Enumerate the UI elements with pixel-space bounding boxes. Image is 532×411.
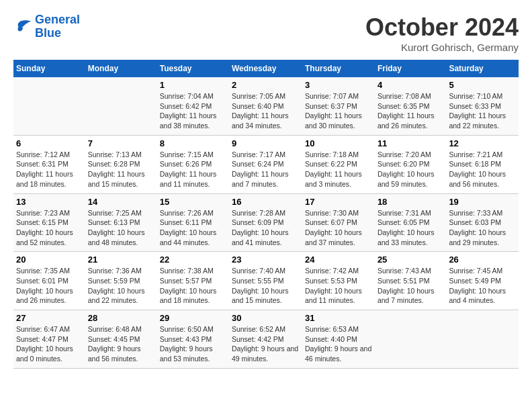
- sunset-text: Sunset: 4:42 PM: [232, 335, 284, 343]
- logo-icon: [13, 17, 32, 36]
- calendar-cell: 26 Sunrise: 7:45 AM Sunset: 5:49 PM Dayl…: [446, 252, 519, 310]
- daylight-text: Daylight: 9 hours and 56 minutes.: [88, 345, 141, 363]
- day-number: 20: [16, 255, 83, 265]
- daylight-text: Daylight: 10 hours and 33 minutes.: [378, 228, 435, 246]
- location: Kurort Gohrisch, Germany: [365, 42, 519, 53]
- calendar-cell: 30 Sunrise: 6:52 AM Sunset: 4:42 PM Dayl…: [229, 310, 302, 369]
- sunset-text: Sunset: 5:59 PM: [88, 277, 140, 285]
- daylight-text: Daylight: 11 hours and 26 minutes.: [378, 111, 435, 130]
- sunset-text: Sunset: 6:07 PM: [305, 218, 357, 226]
- sunrise-text: Sunrise: 7:33 AM: [449, 209, 502, 217]
- day-number: 1: [160, 80, 226, 90]
- sunset-text: Sunset: 6:37 PM: [305, 102, 357, 110]
- daylight-text: Daylight: 11 hours and 30 minutes.: [305, 111, 362, 130]
- sunset-text: Sunset: 6:11 PM: [160, 218, 212, 226]
- sunrise-text: Sunrise: 7:36 AM: [88, 267, 142, 275]
- sunset-text: Sunset: 6:24 PM: [232, 160, 284, 168]
- sunrise-text: Sunrise: 7:25 AM: [88, 209, 142, 217]
- day-number: 17: [305, 197, 372, 207]
- logo: General Blue: [13, 13, 80, 40]
- daylight-text: Daylight: 10 hours and 29 minutes.: [449, 228, 506, 246]
- sunrise-text: Sunrise: 7:05 AM: [232, 92, 285, 100]
- sunset-text: Sunset: 6:01 PM: [16, 277, 69, 285]
- calendar-cell: 16 Sunrise: 7:28 AM Sunset: 6:09 PM Dayl…: [229, 193, 302, 252]
- sunrise-text: Sunrise: 7:15 AM: [160, 150, 214, 158]
- sunset-text: Sunset: 6:40 PM: [232, 102, 284, 110]
- calendar-cell: 7 Sunrise: 7:13 AM Sunset: 6:28 PM Dayli…: [85, 135, 157, 193]
- sunrise-text: Sunrise: 7:40 AM: [232, 267, 285, 275]
- day-number: 23: [232, 255, 300, 265]
- calendar-cell: 1 Sunrise: 7:04 AM Sunset: 6:42 PM Dayli…: [157, 77, 229, 135]
- daylight-text: Daylight: 10 hours and 4 minutes.: [449, 287, 506, 305]
- sunrise-text: Sunrise: 6:48 AM: [88, 325, 142, 333]
- calendar-table: SundayMondayTuesdayWednesdayThursdayFrid…: [13, 60, 519, 369]
- day-number: 31: [305, 313, 372, 323]
- calendar-cell: 15 Sunrise: 7:26 AM Sunset: 6:11 PM Dayl…: [157, 193, 229, 252]
- day-number: 3: [305, 80, 372, 90]
- day-number: 8: [160, 138, 226, 148]
- calendar-cell: 31 Sunrise: 6:53 AM Sunset: 4:40 PM Dayl…: [302, 310, 375, 369]
- week-row-1: 1 Sunrise: 7:04 AM Sunset: 6:42 PM Dayli…: [13, 77, 519, 135]
- calendar-cell: 4 Sunrise: 7:08 AM Sunset: 6:35 PM Dayli…: [375, 77, 447, 135]
- calendar-cell: 23 Sunrise: 7:40 AM Sunset: 5:55 PM Dayl…: [229, 252, 302, 310]
- day-number: 25: [378, 255, 444, 265]
- weekday-header-saturday: Saturday: [446, 60, 519, 77]
- day-number: 15: [160, 197, 226, 207]
- day-number: 24: [305, 255, 372, 265]
- day-number: 13: [16, 197, 83, 207]
- daylight-text: Daylight: 11 hours and 7 minutes.: [232, 170, 289, 188]
- daylight-text: Daylight: 10 hours and 7 minutes.: [378, 287, 435, 305]
- calendar-cell: 28 Sunrise: 6:48 AM Sunset: 4:45 PM Dayl…: [85, 310, 157, 369]
- sunrise-text: Sunrise: 7:26 AM: [160, 209, 214, 217]
- calendar-cell: 2 Sunrise: 7:05 AM Sunset: 6:40 PM Dayli…: [229, 77, 302, 135]
- sunset-text: Sunset: 6:35 PM: [378, 102, 430, 110]
- sunrise-text: Sunrise: 7:45 AM: [449, 267, 502, 275]
- sunrise-text: Sunrise: 7:30 AM: [305, 209, 359, 217]
- sunset-text: Sunset: 6:15 PM: [16, 218, 69, 226]
- page-header: General Blue October 2024 Kurort Gohrisc…: [13, 13, 519, 53]
- sunset-text: Sunset: 4:47 PM: [16, 335, 69, 343]
- sunrise-text: Sunrise: 7:35 AM: [16, 267, 70, 275]
- calendar-cell: 12 Sunrise: 7:21 AM Sunset: 6:18 PM Dayl…: [446, 135, 519, 193]
- sunset-text: Sunset: 6:05 PM: [378, 218, 430, 226]
- sunset-text: Sunset: 6:13 PM: [88, 218, 140, 226]
- calendar-cell: [13, 77, 85, 135]
- daylight-text: Daylight: 10 hours and 18 minutes.: [160, 287, 217, 305]
- calendar-cell: 11 Sunrise: 7:20 AM Sunset: 6:20 PM Dayl…: [375, 135, 447, 193]
- sunrise-text: Sunrise: 6:52 AM: [232, 325, 285, 333]
- day-number: 5: [449, 80, 516, 90]
- sunrise-text: Sunrise: 7:43 AM: [378, 267, 431, 275]
- weekday-header-friday: Friday: [375, 60, 447, 77]
- sunset-text: Sunset: 6:31 PM: [16, 160, 69, 168]
- sunrise-text: Sunrise: 6:53 AM: [305, 325, 359, 333]
- day-number: 16: [232, 197, 300, 207]
- sunrise-text: Sunrise: 7:17 AM: [232, 150, 285, 158]
- day-number: 18: [378, 197, 444, 207]
- week-row-4: 20 Sunrise: 7:35 AM Sunset: 6:01 PM Dayl…: [13, 252, 519, 310]
- day-number: 22: [160, 255, 226, 265]
- daylight-text: Daylight: 10 hours and 0 minutes.: [16, 345, 73, 363]
- calendar-cell: [85, 77, 157, 135]
- sunset-text: Sunset: 6:20 PM: [378, 160, 430, 168]
- sunrise-text: Sunrise: 7:38 AM: [160, 267, 214, 275]
- sunrise-text: Sunrise: 7:13 AM: [88, 150, 142, 158]
- day-number: 9: [232, 138, 300, 148]
- sunset-text: Sunset: 6:42 PM: [160, 102, 212, 110]
- sunrise-text: Sunrise: 7:20 AM: [378, 150, 431, 158]
- daylight-text: Daylight: 11 hours and 22 minutes.: [449, 111, 506, 130]
- sunset-text: Sunset: 5:49 PM: [449, 277, 501, 285]
- sunset-text: Sunset: 5:53 PM: [305, 277, 357, 285]
- daylight-text: Daylight: 10 hours and 59 minutes.: [378, 170, 435, 188]
- daylight-text: Daylight: 11 hours and 34 minutes.: [232, 111, 289, 130]
- sunset-text: Sunset: 4:45 PM: [88, 335, 140, 343]
- sunrise-text: Sunrise: 7:28 AM: [232, 209, 285, 217]
- daylight-text: Daylight: 10 hours and 15 minutes.: [232, 287, 289, 305]
- daylight-text: Daylight: 10 hours and 48 minutes.: [88, 228, 145, 246]
- calendar-cell: 17 Sunrise: 7:30 AM Sunset: 6:07 PM Dayl…: [302, 193, 375, 252]
- sunset-text: Sunset: 5:51 PM: [378, 277, 430, 285]
- day-number: 4: [378, 80, 444, 90]
- calendar-cell: 22 Sunrise: 7:38 AM Sunset: 5:57 PM Dayl…: [157, 252, 229, 310]
- day-number: 14: [88, 197, 154, 207]
- calendar-cell: 25 Sunrise: 7:43 AM Sunset: 5:51 PM Dayl…: [375, 252, 447, 310]
- daylight-text: Daylight: 9 hours and 49 minutes.: [232, 345, 298, 363]
